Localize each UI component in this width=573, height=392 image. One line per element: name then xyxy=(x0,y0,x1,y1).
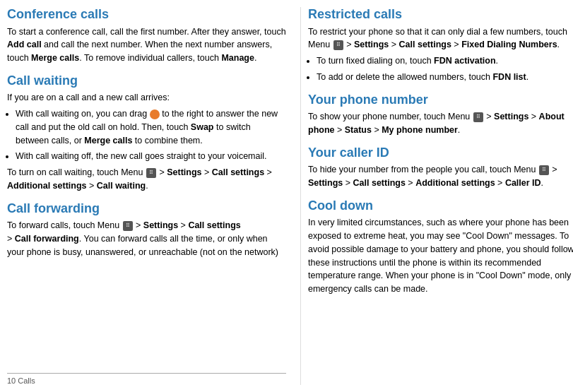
page: Conference calls To start a conference c… xyxy=(0,0,573,392)
section-call-waiting: Call waiting If you are on a call and a … xyxy=(7,73,286,201)
section-your-phone-number: Your phone number To show your phone num… xyxy=(308,93,573,137)
restricted-calls-body: To restrict your phone so that it can on… xyxy=(308,25,573,84)
right-column: Restricted calls To restrict your phone … xyxy=(300,7,573,385)
your-phone-number-body: To show your phone number, touch Menu ⠿ … xyxy=(308,110,573,137)
call-forwarding-body: To forward calls, touch Menu ⠿ > Setting… xyxy=(7,219,286,259)
menu-icon-2: ⠿ xyxy=(123,221,133,231)
section-restricted-calls: Restricted calls To restrict your phone … xyxy=(308,7,573,84)
call-forwarding-title: Call forwarding xyxy=(7,201,286,217)
your-caller-id-title: Your caller ID xyxy=(308,145,573,161)
your-phone-number-title: Your phone number xyxy=(308,93,573,108)
menu-icon-5: ⠿ xyxy=(539,165,549,175)
section-conference-calls: Conference calls To start a conference c… xyxy=(7,7,286,73)
menu-icon-1: ⠿ xyxy=(146,168,156,178)
restricted-calls-title: Restricted calls xyxy=(308,7,573,23)
menu-icon-3: ⠿ xyxy=(333,40,343,50)
left-column: Conference calls To start a conference c… xyxy=(7,7,300,385)
conference-calls-body: To start a conference call, call the fir… xyxy=(7,25,286,65)
conference-calls-title: Conference calls xyxy=(7,7,286,23)
section-cool-down: Cool down In very limited circumstances,… xyxy=(308,198,573,296)
section-call-forwarding: Call forwarding To forward calls, touch … xyxy=(7,201,286,268)
menu-icon-4: ⠿ xyxy=(473,112,483,122)
section-your-caller-id: Your caller ID To hide your number from … xyxy=(308,145,573,190)
call-waiting-title: Call waiting xyxy=(7,73,286,89)
cool-down-body: In very limited circumstances, such as w… xyxy=(308,216,573,296)
your-caller-id-body: To hide your number from the people you … xyxy=(308,163,573,190)
cool-down-title: Cool down xyxy=(308,198,573,214)
page-footer: 10 Calls xyxy=(7,373,286,385)
drag-icon xyxy=(150,109,160,119)
call-waiting-body: If you are on a call and a new call arri… xyxy=(7,91,286,192)
